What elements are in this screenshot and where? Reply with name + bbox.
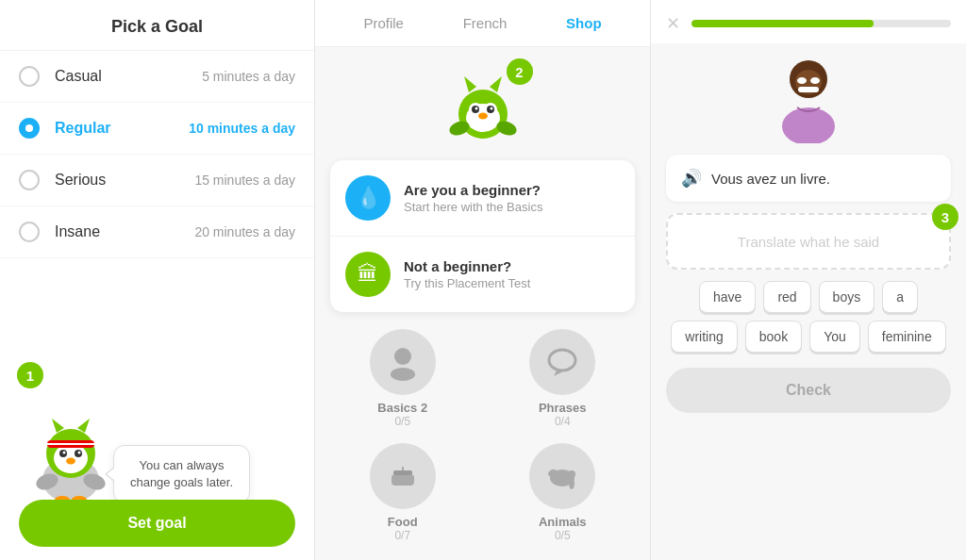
course-grid: Basics 2 0/5 Phrases 0/4 Food 0/7 bbox=[330, 329, 635, 542]
step-badge-2: 2 bbox=[507, 58, 533, 85]
audio-phrase-text: Vous avez un livre. bbox=[711, 171, 830, 187]
radio-casual[interactable] bbox=[19, 66, 40, 87]
radio-insane[interactable] bbox=[19, 222, 40, 242]
course-body: 2 💧 Are you a beginner? Start here with … bbox=[315, 47, 650, 560]
nav-shop[interactable]: Shop bbox=[566, 15, 602, 31]
translate-placeholder: Translate what he said bbox=[738, 234, 879, 250]
word-chip-you[interactable]: You bbox=[809, 321, 860, 353]
course-basics2[interactable]: Basics 2 0/5 bbox=[330, 329, 475, 428]
goal-item-serious[interactable]: Serious 15 minutes a day bbox=[0, 155, 314, 206]
svg-rect-35 bbox=[391, 474, 414, 486]
beginner-title: Are you a beginner? bbox=[404, 182, 542, 198]
phrases-icon[interactable] bbox=[529, 329, 595, 395]
svg-marker-28 bbox=[490, 76, 502, 92]
phrases-name: Phrases bbox=[539, 401, 587, 415]
goal-duration-regular: 10 minutes a day bbox=[189, 121, 295, 136]
nav-profile[interactable]: Profile bbox=[363, 15, 404, 31]
beginner-option-no[interactable]: 🏛 Not a beginner? Try this Placement Tes… bbox=[330, 237, 635, 312]
svg-point-31 bbox=[394, 348, 411, 365]
svg-point-33 bbox=[549, 350, 575, 371]
svg-point-40 bbox=[568, 470, 575, 478]
svg-point-8 bbox=[78, 452, 81, 454]
basics2-icon[interactable] bbox=[370, 329, 436, 395]
goal-item-casual[interactable]: Casual 5 minutes a day bbox=[0, 51, 314, 103]
placement-icon: 🏛 bbox=[345, 252, 391, 297]
beginner-option-yes[interactable]: 💧 Are you a beginner? Start here with th… bbox=[330, 160, 635, 237]
svg-point-32 bbox=[391, 368, 415, 381]
translate-box[interactable]: Translate what he said 3 bbox=[666, 213, 951, 270]
goal-name-serious: Serious bbox=[55, 172, 194, 189]
word-chip-writing[interactable]: writing bbox=[671, 321, 737, 353]
animals-progress: 0/5 bbox=[555, 529, 571, 542]
owl-mascot bbox=[28, 404, 113, 508]
phrases-progress: 0/4 bbox=[555, 415, 571, 428]
svg-rect-36 bbox=[393, 470, 412, 475]
goal-item-regular[interactable]: Regular 10 minutes a day bbox=[0, 103, 314, 155]
food-name: Food bbox=[388, 515, 418, 529]
svg-marker-27 bbox=[464, 76, 476, 92]
radio-regular[interactable] bbox=[19, 118, 40, 139]
exercise-header: ✕ bbox=[651, 0, 966, 43]
goal-name-insane: Insane bbox=[55, 223, 194, 240]
svg-point-24 bbox=[475, 107, 477, 110]
bird-wrap: 2 bbox=[330, 62, 635, 151]
goal-item-insane[interactable]: Insane 20 minutes a day bbox=[0, 206, 314, 258]
word-chip-feminine[interactable]: feminine bbox=[868, 321, 946, 353]
food-icon[interactable] bbox=[370, 443, 436, 509]
goal-name-casual: Casual bbox=[55, 68, 202, 85]
check-button[interactable]: Check bbox=[666, 368, 951, 413]
basics2-name: Basics 2 bbox=[377, 401, 427, 415]
nav-french[interactable]: French bbox=[463, 15, 508, 31]
food-progress: 0/7 bbox=[394, 529, 410, 542]
svg-rect-46 bbox=[798, 87, 819, 92]
close-icon[interactable]: ✕ bbox=[666, 13, 680, 34]
svg-rect-45 bbox=[810, 77, 820, 84]
avatar-wrap bbox=[666, 58, 951, 143]
goal-list: Casual 5 minutes a day Regular 10 minute… bbox=[0, 51, 314, 353]
panel-title: Pick a Goal bbox=[0, 0, 314, 51]
audio-phrase-box: 🔊 Vous avez un livre. bbox=[666, 155, 951, 202]
progress-bar bbox=[691, 20, 951, 27]
basics2-progress: 0/5 bbox=[394, 415, 410, 428]
beginner-card: 💧 Are you a beginner? Start here with th… bbox=[330, 160, 635, 312]
course-food[interactable]: Food 0/7 bbox=[330, 443, 475, 542]
exercise-body: 🔊 Vous avez un livre. Translate what he … bbox=[651, 43, 966, 560]
set-goal-button[interactable]: Set goal bbox=[19, 500, 295, 547]
svg-point-9 bbox=[66, 458, 75, 465]
word-chip-a[interactable]: a bbox=[882, 281, 918, 313]
step-badge-3: 3 bbox=[932, 204, 958, 230]
not-beginner-subtitle: Try this Placement Test bbox=[404, 276, 530, 290]
goal-duration-insane: 20 minutes a day bbox=[194, 224, 295, 239]
word-chip-boys[interactable]: boys bbox=[819, 281, 875, 313]
step-badge-1: 1 bbox=[17, 362, 43, 388]
beginner-text-yes: Are you a beginner? Start here with the … bbox=[404, 182, 542, 214]
word-chip-red[interactable]: red bbox=[763, 281, 810, 313]
svg-rect-44 bbox=[797, 77, 807, 84]
progress-bar-fill bbox=[691, 20, 874, 27]
not-beginner-title: Not a beginner? bbox=[404, 258, 530, 274]
not-beginner-text: Not a beginner? Try this Placement Test bbox=[404, 258, 530, 290]
course-animals[interactable]: Animals 0/5 bbox=[491, 443, 636, 542]
word-bank: have red boys a writing book You feminin… bbox=[666, 281, 951, 353]
basics-icon: 💧 bbox=[345, 175, 391, 221]
beginner-subtitle: Start here with the Basics bbox=[404, 200, 542, 214]
word-chip-book[interactable]: book bbox=[745, 321, 802, 353]
svg-point-47 bbox=[782, 107, 835, 143]
panel-courses: Profile French Shop bbox=[315, 0, 651, 560]
goal-name-regular: Regular bbox=[55, 120, 189, 137]
svg-point-7 bbox=[63, 452, 66, 454]
panel-pick-goal: Pick a Goal Casual 5 minutes a day Regul… bbox=[0, 0, 315, 560]
svg-point-25 bbox=[490, 107, 492, 110]
goal-duration-casual: 5 minutes a day bbox=[202, 69, 295, 84]
speech-bubble: You can always change goals later. bbox=[113, 445, 250, 503]
radio-serious[interactable] bbox=[19, 170, 40, 190]
panel-exercise: ✕ 🔊 Vous bbox=[651, 0, 966, 560]
svg-point-41 bbox=[569, 478, 575, 489]
word-chip-have[interactable]: have bbox=[699, 281, 756, 313]
course-phrases[interactable]: Phrases 0/4 bbox=[491, 329, 636, 428]
svg-point-26 bbox=[478, 113, 488, 120]
goal-duration-serious: 15 minutes a day bbox=[194, 173, 295, 188]
animals-icon[interactable] bbox=[529, 443, 595, 509]
panel1-bottom: 1 bbox=[0, 353, 314, 560]
audio-icon[interactable]: 🔊 bbox=[681, 168, 702, 189]
